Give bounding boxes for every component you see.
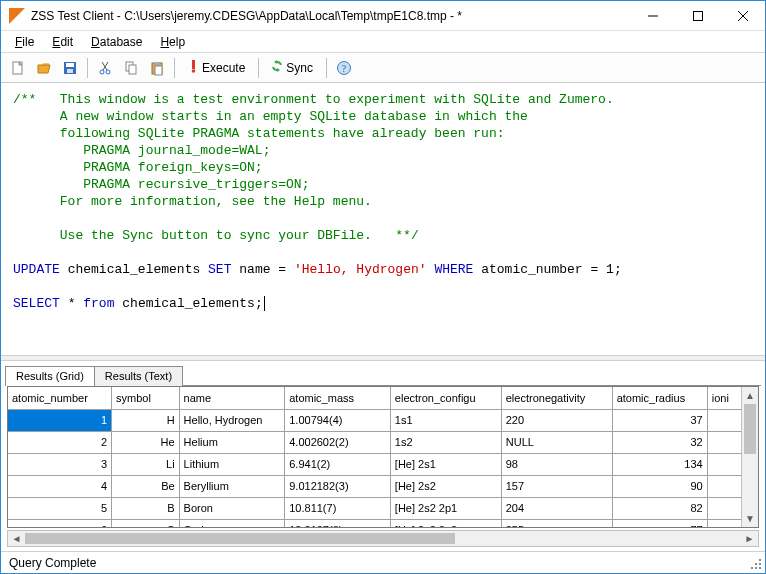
- menu-file[interactable]: File: [7, 33, 42, 51]
- table-cell[interactable]: 10.811(7): [285, 497, 391, 519]
- grid-header-row[interactable]: atomic_number symbol name atomic_mass el…: [8, 387, 741, 409]
- table-cell[interactable]: Li: [112, 453, 180, 475]
- new-button[interactable]: [7, 57, 29, 79]
- sql-editor[interactable]: /** This window is a test environment to…: [1, 83, 765, 355]
- col-atomic-radius[interactable]: atomic_radius: [612, 387, 707, 409]
- table-cell[interactable]: C: [112, 519, 180, 527]
- table-cell[interactable]: 32: [612, 431, 707, 453]
- close-button[interactable]: [720, 1, 765, 30]
- table-cell[interactable]: Hello, Hydrogen: [179, 409, 285, 431]
- table-row[interactable]: 6CCarbon12.0107(8)[He] 2s2 2p225577: [8, 519, 741, 527]
- scroll-left-icon[interactable]: ◄: [8, 533, 25, 544]
- table-cell[interactable]: 204: [501, 497, 612, 519]
- table-row[interactable]: 5BBoron10.811(7)[He] 2s2 2p120482: [8, 497, 741, 519]
- table-cell[interactable]: 134: [612, 453, 707, 475]
- menu-database[interactable]: Database: [83, 33, 150, 51]
- table-row[interactable]: 2HeHelium4.002602(2)1s2NULL32: [8, 431, 741, 453]
- table-row[interactable]: 4BeBeryllium9.012182(3)[He] 2s215790: [8, 475, 741, 497]
- table-cell[interactable]: 1s2: [390, 431, 501, 453]
- table-cell[interactable]: B: [112, 497, 180, 519]
- open-button[interactable]: [33, 57, 55, 79]
- table-cell[interactable]: 82: [612, 497, 707, 519]
- resize-grip[interactable]: [751, 559, 763, 571]
- table-cell[interactable]: [707, 475, 741, 497]
- app-window: ZSS Test Client - C:\Users\jeremy.CDESG\…: [0, 0, 766, 574]
- table-cell[interactable]: 4: [8, 475, 112, 497]
- table-cell[interactable]: NULL: [501, 431, 612, 453]
- help-button[interactable]: ?: [333, 57, 355, 79]
- tab-results-text[interactable]: Results (Text): [94, 366, 183, 386]
- save-button[interactable]: [59, 57, 81, 79]
- svg-rect-27: [755, 563, 757, 565]
- table-cell[interactable]: [He] 2s2 2p2: [390, 519, 501, 527]
- table-cell[interactable]: [707, 409, 741, 431]
- scroll-thumb[interactable]: [25, 533, 455, 544]
- table-cell[interactable]: Carbon: [179, 519, 285, 527]
- results-panel: Results (Grid) Results (Text) atomic_num…: [1, 361, 765, 551]
- table-cell[interactable]: Boron: [179, 497, 285, 519]
- table-cell[interactable]: 220: [501, 409, 612, 431]
- cut-button[interactable]: [94, 57, 116, 79]
- table-cell[interactable]: H: [112, 409, 180, 431]
- table-cell[interactable]: Helium: [179, 431, 285, 453]
- results-grid[interactable]: atomic_number symbol name atomic_mass el…: [8, 387, 741, 527]
- table-cell[interactable]: 12.0107(8): [285, 519, 391, 527]
- table-cell[interactable]: 2: [8, 431, 112, 453]
- sync-button[interactable]: Sync: [265, 57, 320, 79]
- col-atomic-number[interactable]: atomic_number: [8, 387, 112, 409]
- table-cell[interactable]: 5: [8, 497, 112, 519]
- scroll-thumb[interactable]: [744, 404, 756, 454]
- table-cell[interactable]: [707, 453, 741, 475]
- results-grid-wrap: atomic_number symbol name atomic_mass el…: [7, 386, 759, 528]
- col-symbol[interactable]: symbol: [112, 387, 180, 409]
- table-cell[interactable]: [He] 2s2: [390, 475, 501, 497]
- table-cell[interactable]: [707, 519, 741, 527]
- minimize-button[interactable]: [630, 1, 675, 30]
- table-cell[interactable]: 3: [8, 453, 112, 475]
- col-electronegativity[interactable]: electronegativity: [501, 387, 612, 409]
- menu-edit[interactable]: Edit: [44, 33, 81, 51]
- table-cell[interactable]: [He] 2s2 2p1: [390, 497, 501, 519]
- tab-results-grid[interactable]: Results (Grid): [5, 366, 95, 386]
- maximize-button[interactable]: [675, 1, 720, 30]
- svg-rect-31: [759, 567, 761, 569]
- table-cell[interactable]: Beryllium: [179, 475, 285, 497]
- table-cell[interactable]: 1: [8, 409, 112, 431]
- col-electron-config[interactable]: electron_configu: [390, 387, 501, 409]
- copy-button[interactable]: [120, 57, 142, 79]
- col-atomic-mass[interactable]: atomic_mass: [285, 387, 391, 409]
- table-cell[interactable]: 6: [8, 519, 112, 527]
- scroll-down-icon[interactable]: ▼: [742, 510, 758, 527]
- table-cell[interactable]: [He] 2s1: [390, 453, 501, 475]
- menu-help[interactable]: Help: [152, 33, 193, 51]
- table-cell[interactable]: 37: [612, 409, 707, 431]
- table-cell[interactable]: 4.002602(2): [285, 431, 391, 453]
- scroll-right-icon[interactable]: ►: [741, 533, 758, 544]
- toolbar-separator: [258, 58, 259, 78]
- table-cell[interactable]: 90: [612, 475, 707, 497]
- scroll-up-icon[interactable]: ▲: [742, 387, 758, 404]
- svg-rect-19: [155, 66, 162, 75]
- horizontal-scrollbar[interactable]: ◄ ►: [7, 530, 759, 547]
- table-cell[interactable]: 6.941(2): [285, 453, 391, 475]
- table-cell[interactable]: 98: [501, 453, 612, 475]
- table-cell[interactable]: 1s1: [390, 409, 501, 431]
- table-cell[interactable]: [707, 497, 741, 519]
- table-cell[interactable]: 255: [501, 519, 612, 527]
- table-row[interactable]: 3LiLithium6.941(2)[He] 2s198134: [8, 453, 741, 475]
- table-cell[interactable]: [707, 431, 741, 453]
- execute-button[interactable]: Execute: [181, 57, 252, 79]
- table-cell[interactable]: 9.012182(3): [285, 475, 391, 497]
- paste-button[interactable]: [146, 57, 168, 79]
- table-cell[interactable]: 77: [612, 519, 707, 527]
- table-row[interactable]: 1HHello, Hydrogen1.00794(4)1s122037: [8, 409, 741, 431]
- table-cell[interactable]: Lithium: [179, 453, 285, 475]
- toolbar: Execute Sync ?: [1, 53, 765, 83]
- col-name[interactable]: name: [179, 387, 285, 409]
- table-cell[interactable]: Be: [112, 475, 180, 497]
- table-cell[interactable]: He: [112, 431, 180, 453]
- table-cell[interactable]: 157: [501, 475, 612, 497]
- vertical-scrollbar[interactable]: ▲ ▼: [741, 387, 758, 527]
- table-cell[interactable]: 1.00794(4): [285, 409, 391, 431]
- col-ionization[interactable]: ioni: [707, 387, 741, 409]
